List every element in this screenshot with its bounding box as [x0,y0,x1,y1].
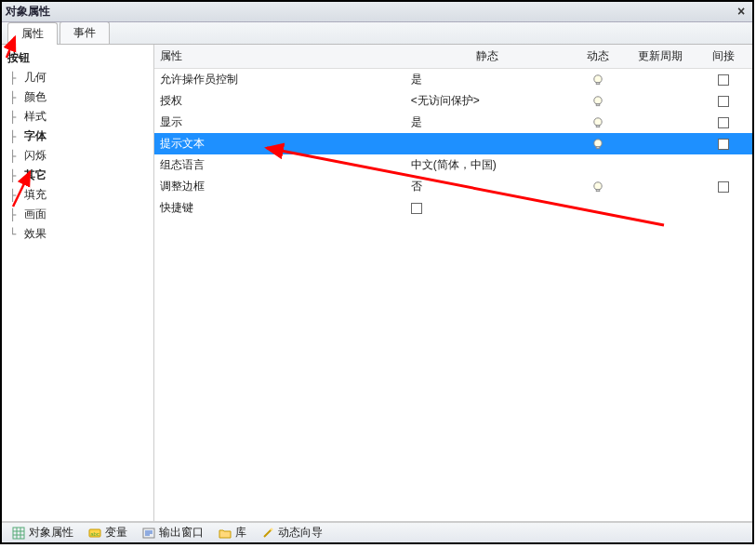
tab-properties[interactable]: 属性 [7,22,58,45]
tree-item[interactable]: ├ 闪烁 [9,146,152,166]
status-item[interactable]: 动态向导 [255,525,329,541]
table-row[interactable]: 提示文本 [154,133,752,154]
cell-property: 组态语言 [154,154,405,176]
table-row[interactable]: 允许操作员控制是 [154,69,752,91]
cell-refresh[interactable] [627,133,695,154]
window-title: 对象属性 [6,4,50,20]
cell-static[interactable]: 否 [405,176,569,197]
lightbulb-icon[interactable] [591,74,604,87]
tree-item-label: 样式 [24,109,46,125]
table-row[interactable]: 调整边框否 [154,176,752,197]
col-indirect[interactable]: 间接 [695,45,752,69]
status-item[interactable]: 输出窗口 [136,525,210,541]
cell-static[interactable]: 是 [405,69,569,91]
checkbox[interactable] [718,117,729,128]
tree-connector: └ [9,228,22,241]
svg-text:abc: abc [90,530,99,536]
status-item-label: 对象属性 [29,525,73,541]
tree-item[interactable]: ├ 画面 [9,205,152,224]
lightbulb-icon[interactable] [591,95,604,108]
cell-refresh[interactable] [627,176,695,197]
svg-rect-3 [596,103,600,105]
cell-refresh[interactable] [627,112,695,133]
cell-indirect[interactable] [695,133,752,154]
checkbox[interactable] [411,203,422,214]
checkbox[interactable] [718,139,729,150]
cell-indirect[interactable] [695,176,752,197]
lightbulb-icon[interactable] [591,116,604,129]
cell-refresh[interactable] [627,90,695,112]
tree-item-label: 其它 [24,167,46,183]
cell-dynamic[interactable] [569,112,627,133]
property-grid: 属性 静态 动态 更新周期 间接 允许操作员控制是授权<无访问保护>显示是提示文… [154,45,752,521]
cell-property: 调整边框 [154,176,405,197]
cell-dynamic[interactable] [569,133,627,154]
tree-item[interactable]: ├ 几何 [9,68,152,87]
abc-icon: abc [88,527,101,540]
table-row[interactable]: 组态语言中文(简体，中国) [154,154,752,176]
cell-static[interactable]: 中文(简体，中国) [405,154,569,176]
status-item[interactable]: abc变量 [82,525,134,541]
lightbulb-icon[interactable] [591,180,604,194]
cell-static[interactable] [405,133,569,154]
tree-item[interactable]: ├ 颜色 [9,87,152,107]
tree-connector: ├ [9,150,22,163]
svg-rect-5 [596,125,600,127]
cell-property: 允许操作员控制 [154,69,405,91]
svg-point-22 [271,528,273,530]
cell-indirect[interactable] [695,154,752,176]
cell-dynamic[interactable] [569,90,627,112]
checkbox[interactable] [718,74,729,86]
cell-static[interactable] [405,197,569,219]
tree-item[interactable]: ├ 填充 [9,185,152,205]
cell-refresh[interactable] [627,197,695,219]
cell-indirect[interactable] [695,90,752,112]
cell-refresh[interactable] [627,154,695,176]
tree-item-label: 字体 [24,128,46,144]
cell-dynamic[interactable] [569,154,627,176]
checkbox[interactable] [718,96,729,107]
cell-property: 授权 [154,90,405,112]
status-item[interactable]: 对象属性 [6,525,80,541]
tree-root-label[interactable]: 按钮 [4,48,152,68]
close-button[interactable]: × [734,4,749,19]
svg-rect-9 [596,189,600,191]
cell-dynamic[interactable] [569,197,627,219]
tree-item[interactable]: ├ 其它 [9,166,152,185]
svg-point-8 [594,182,602,190]
tree-item[interactable]: ├ 字体 [9,127,152,146]
tree-connector: ├ [9,91,22,104]
titlebar: 对象属性 × [2,2,752,22]
cell-dynamic[interactable] [569,176,627,197]
table-row[interactable]: 授权<无访问保护> [154,90,752,112]
cell-static[interactable]: 是 [405,112,569,133]
lightbulb-icon[interactable] [591,138,604,151]
tree-connector: ├ [9,111,22,124]
statusbar: 对象属性abc变量输出窗口库动态向导 [2,522,752,542]
col-property[interactable]: 属性 [154,45,405,69]
col-dynamic[interactable]: 动态 [569,45,627,69]
col-refresh[interactable]: 更新周期 [627,45,695,69]
cell-dynamic[interactable] [569,69,627,91]
body-area: 按钮 ├ 几何├ 颜色├ 样式├ 字体├ 闪烁├ 其它├ 填充├ 画面└ 效果 … [2,45,752,522]
svg-rect-7 [596,146,600,148]
tree-item-label: 画面 [24,207,46,222]
col-static[interactable]: 静态 [405,45,569,69]
status-item[interactable]: 库 [212,525,253,541]
tree-item[interactable]: └ 效果 [9,224,152,244]
cell-static[interactable]: <无访问保护> [405,90,569,112]
checkbox[interactable] [718,181,729,193]
folder-icon [219,527,232,540]
lines-icon [142,527,155,540]
category-sidebar: 按钮 ├ 几何├ 颜色├ 样式├ 字体├ 闪烁├ 其它├ 填充├ 画面└ 效果 [2,45,154,521]
table-row[interactable]: 快捷键 [154,197,752,219]
tab-events[interactable]: 事件 [60,21,110,44]
tree-connector: ├ [9,189,22,202]
cell-indirect[interactable] [695,197,752,219]
cell-refresh[interactable] [627,69,695,91]
cell-indirect[interactable] [695,112,752,133]
table-row[interactable]: 显示是 [154,112,752,133]
cell-indirect[interactable] [695,69,752,91]
tree-item[interactable]: ├ 样式 [9,107,152,127]
status-item-label: 库 [235,525,246,541]
